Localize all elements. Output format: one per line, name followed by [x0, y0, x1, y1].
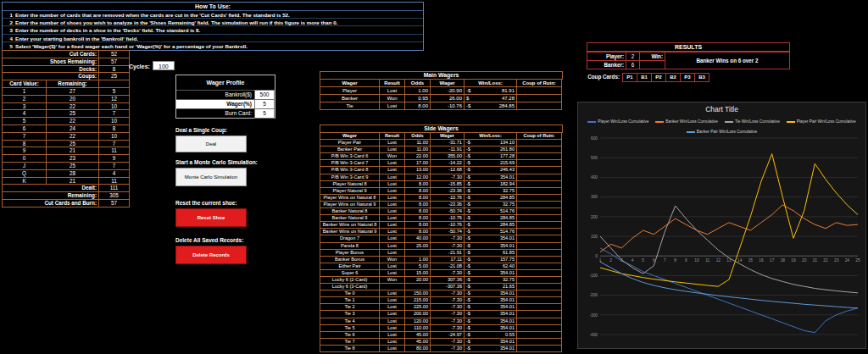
deal-button[interactable]: Deal — [175, 136, 247, 152]
monte-carlo-button[interactable]: Monte Carlo Simulation — [175, 168, 247, 186]
results-panel: RESULTS Player: 2 Win: Banker Wins on 6 … — [587, 42, 790, 82]
wager-col-header: Wager — [320, 133, 380, 140]
shoe-config-value[interactable]: 52 — [99, 51, 130, 58]
winloss-value: 354.01 — [500, 243, 515, 249]
wager-name: Dragon 7 — [320, 235, 380, 242]
winloss-value: 157.75 — [500, 257, 515, 263]
howto-step-text: Enter the number of decks in a shoe in t… — [15, 26, 423, 34]
shoe-config-value[interactable]: 25 — [99, 73, 130, 80]
wager-name: P/B Win 3-Card 8 — [320, 167, 380, 174]
wager-col-header: Win/Loss: — [465, 133, 517, 140]
wager-name: Panda 8 — [320, 243, 380, 250]
wager-row: PlayerLost1.00-20.90-$81.91 — [320, 87, 563, 95]
y-axis-tick-label: -200 — [589, 293, 598, 297]
wager-amount: -10.76 — [431, 222, 465, 229]
winloss-value: 182.94 — [500, 181, 515, 187]
howto-steps: 1Enter the number of cards that are remo… — [3, 11, 423, 50]
shoe-config-row: Cut Cards:52 — [3, 51, 130, 58]
howto-step-text: Enter the number of shoes you wish to an… — [15, 19, 423, 26]
wager-coup-of-ruin — [517, 243, 562, 250]
wager-amount: 26.00 — [431, 95, 465, 102]
delete-records-button[interactable]: Delete Records — [175, 246, 247, 264]
reset-section-label: Reset the current shoe: — [175, 200, 237, 206]
x-axis-tick-label: 19 — [791, 258, 796, 263]
wager-odds: 40.00 — [405, 235, 431, 242]
winloss-currency: -$ — [466, 222, 470, 228]
wager-row: Banker BonusWon1.0017.11-$157.75 — [320, 257, 563, 263]
winloss-value: 354.01 — [500, 290, 515, 296]
results-win-label: Win: — [640, 53, 665, 61]
reset-shoe-button[interactable]: Reset Shoe — [175, 208, 247, 227]
coup-card-header: B1 — [637, 74, 652, 82]
results-player-value: 2 — [626, 53, 640, 61]
coup-cards-row: Coup Cards: P1B1P2B2P3B3 — [587, 73, 790, 82]
shoe-total-row: Dealt:111 — [3, 185, 130, 192]
wager-row: Dragon 7Lost40.00-7.30-$354.01 — [320, 235, 563, 242]
wager-coup-of-ruin — [517, 208, 562, 215]
wager-name: Player Wins on Natural 8 — [320, 195, 380, 202]
howto-box: How To Use: 1Enter the number of cards t… — [2, 2, 424, 51]
x-axis-tick-label: 22 — [823, 258, 828, 263]
wager-coup-of-ruin — [517, 318, 562, 325]
wager-result: Lost — [380, 270, 405, 277]
shoe-config-value[interactable]: 8 — [99, 66, 130, 74]
cycles-input[interactable]: 100 — [153, 61, 175, 70]
wager-coup-of-ruin — [517, 229, 562, 235]
legend-label: Player Win/Loss Cumulative — [598, 119, 648, 125]
card-dealt-cell: 8 — [99, 125, 130, 133]
side-wagers-header-row: WagerResultOddsWagerWin/Loss:Coup of Rui… — [320, 133, 563, 140]
shoe-config-value[interactable]: 57 — [99, 58, 130, 66]
wager-amount: -10.76 — [431, 195, 465, 202]
wager-row: Player Wins on Natural 9Lost8.00-23.36-$… — [320, 202, 563, 208]
y-axis-tick-label: 200 — [591, 215, 598, 219]
wager-result: Lost — [380, 87, 405, 95]
wager-profile-row: Wager(%)5 — [176, 99, 275, 108]
shoe-config-row: Coups:25 — [3, 73, 130, 80]
x-axis-tick-label: 5 — [642, 258, 644, 263]
wager-row: Player PairLost11.00-31.71-$134.10 — [320, 140, 563, 147]
wager-name: Player Pair — [320, 140, 380, 147]
card-remaining-cell: 20 — [47, 96, 99, 103]
wager-odds: 13.00 — [405, 167, 431, 174]
shoe-total-label: Remaining: — [3, 192, 99, 200]
wager-result: Lost — [380, 188, 405, 195]
winloss-value: 354.01 — [500, 346, 515, 351]
shoe-total-row: Remaining:305 — [3, 192, 130, 200]
winloss-value: 177.28 — [500, 153, 515, 159]
wager-amount: -7.30 — [431, 318, 465, 325]
wager-winloss: -$354.01 — [465, 174, 517, 181]
coup-cards-cells: P1B1P2B2P3B3 — [622, 73, 709, 82]
shoe-config-row: Decks:8 — [3, 66, 130, 74]
wager-amount: -14.22 — [431, 160, 465, 167]
wager-row: Player Wins on Natural 8Lost8.00-10.76-$… — [320, 195, 563, 202]
wager-result: Lost — [380, 222, 405, 229]
wager-odds: 8.00 — [405, 208, 431, 215]
wager-result: Lost — [380, 339, 405, 346]
wager-coup-of-ruin — [517, 181, 562, 188]
wager-col-header: Odds — [405, 80, 431, 87]
y-axis-tick-label: 100 — [591, 235, 598, 239]
card-value-cell: 0 — [3, 155, 47, 163]
wager-profile-box: Wager Profile Bankroll($)500Wager(%)5Bur… — [175, 75, 275, 119]
wager-row: Either PairLost5.00-21.08-$62.40 — [320, 263, 563, 270]
card-table-row: 0239 — [3, 155, 130, 163]
wager-row: Super 6Lost15.00-7.30-$354.01 — [320, 270, 563, 277]
wager-odds: 200.00 — [405, 311, 431, 318]
wager-winloss: -$261.80 — [465, 147, 517, 153]
winloss-value: 284.85 — [500, 222, 515, 228]
wager-profile-value[interactable]: 5 — [254, 108, 275, 119]
wager-col-header: Wager — [320, 80, 380, 87]
wager-odds: 8.00 — [405, 188, 431, 195]
wager-odds: 8.00 — [405, 202, 431, 208]
shoe-total-value: 57 — [99, 200, 130, 207]
wager-name: Either Pair — [320, 263, 380, 270]
wager-coup-of-ruin — [517, 263, 562, 270]
winloss-value: 284.85 — [500, 195, 515, 201]
wager-row: P/B Win 3-Card 8Lost13.00-12.68-$246.43 — [320, 167, 563, 174]
wager-odds: 8.00 — [405, 181, 431, 188]
winloss-currency: -$ — [466, 229, 470, 235]
side-wagers-table: Side WagersWagerResultOddsWagerWin/Loss:… — [320, 124, 563, 352]
winloss-value: 284.85 — [499, 102, 515, 109]
wager-coup-of-ruin — [517, 284, 562, 290]
wager-odds: 1.00 — [405, 257, 431, 263]
